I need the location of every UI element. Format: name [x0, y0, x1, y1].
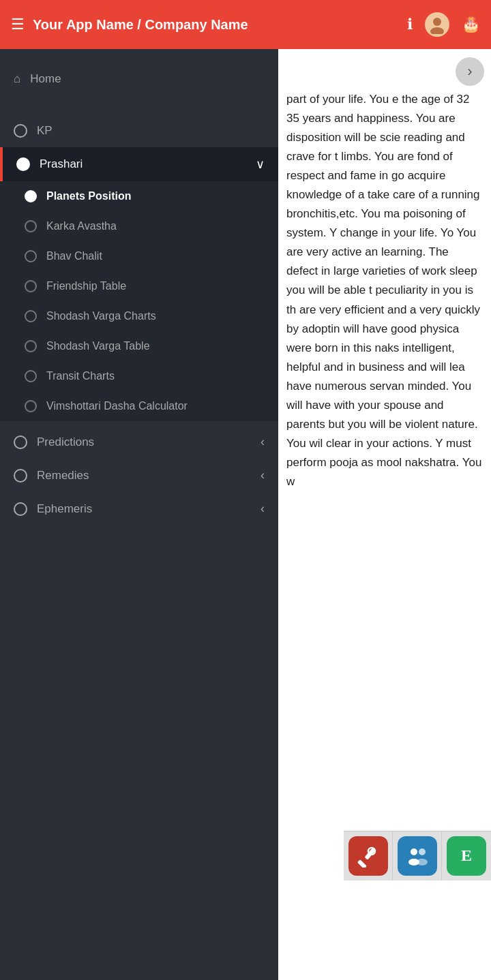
remedies-chevron-icon: ‹ — [261, 468, 265, 483]
scroll-right-btn[interactable]: › — [456, 57, 484, 86]
hamburger-icon[interactable]: ☰ — [11, 16, 25, 33]
birthday-icon[interactable]: 🎂 — [462, 16, 480, 33]
predictions-circle-icon — [14, 435, 27, 449]
sidebar: ⌂ Home KP Prashari ∨ Planets Position Ka… — [0, 49, 278, 980]
subitem-bhav-chalit[interactable]: Bhav Chalit — [0, 241, 278, 271]
subitem-friendship-table[interactable]: Friendship Table — [0, 271, 278, 301]
header-icons: ℹ 🎂 — [407, 12, 480, 37]
home-icon: ⌂ — [14, 72, 20, 86]
sidebar-item-prashari[interactable]: Prashari ∨ — [0, 147, 278, 181]
predictions-chevron-icon: ‹ — [261, 435, 265, 449]
ephemeris-label: Ephemeris — [37, 502, 92, 516]
vimshottari-dasha-label: Vimshottari Dasha Calculator — [46, 400, 188, 412]
predictions-label: Predictions — [37, 435, 94, 449]
friendship-table-label: Friendship Table — [46, 280, 126, 292]
karka-avastha-circle-icon — [25, 220, 37, 232]
kp-label: KP — [37, 124, 53, 138]
content-text: part of your life. You e the age of 32 3… — [286, 90, 483, 491]
bottom-apps-bar: E — [344, 831, 491, 881]
transit-charts-circle-icon — [25, 370, 37, 382]
svg-point-5 — [411, 848, 417, 855]
info-icon[interactable]: ℹ — [407, 16, 413, 33]
svg-point-1 — [430, 27, 444, 34]
sidebar-item-predictions[interactable]: Predictions ‹ — [0, 425, 278, 459]
subitem-karka-avastha[interactable]: Karka Avastha — [0, 211, 278, 241]
app-people-btn[interactable] — [393, 831, 442, 881]
content-area: › part of your life. You e the age of 32… — [278, 49, 491, 942]
svg-point-7 — [419, 848, 426, 855]
app-title: Your App Name / Company Name — [33, 17, 399, 33]
header: ☰ Your App Name / Company Name ℹ 🎂 — [0, 0, 491, 49]
main-layout: ⌂ Home KP Prashari ∨ Planets Position Ka… — [0, 49, 491, 980]
bhav-chalit-circle-icon — [25, 250, 37, 262]
app-translate-icon: E — [447, 836, 486, 876]
shodash-varga-charts-circle-icon — [25, 310, 37, 322]
app-people-icon — [398, 836, 437, 876]
subitem-planets-position[interactable]: Planets Position — [0, 181, 278, 211]
ephemeris-circle-icon — [14, 502, 27, 516]
prashari-label: Prashari — [40, 157, 83, 171]
prashari-subitems: Planets Position Karka Avastha Bhav Chal… — [0, 181, 278, 421]
remedies-circle-icon — [14, 469, 27, 483]
sidebar-item-ephemeris[interactable]: Ephemeris ‹ — [0, 492, 278, 525]
remedies-label: Remedies — [37, 469, 89, 483]
home-label: Home — [30, 72, 61, 86]
avatar[interactable] — [425, 12, 449, 37]
app-translate-btn[interactable]: E — [442, 831, 491, 881]
subitem-shodash-varga-table[interactable]: Shodash Varga Table — [0, 331, 278, 361]
svg-point-8 — [417, 859, 428, 866]
karka-avastha-label: Karka Avastha — [46, 220, 117, 232]
svg-rect-3 — [357, 859, 366, 868]
prashari-chevron-icon: ∨ — [256, 157, 265, 172]
planets-position-label: Planets Position — [46, 190, 131, 202]
prashari-circle-icon — [16, 157, 30, 171]
shodash-varga-table-circle-icon — [25, 340, 37, 352]
transit-charts-label: Transit Charts — [46, 370, 115, 382]
sidebar-item-kp[interactable]: KP — [0, 114, 278, 147]
vimshottari-dasha-circle-icon — [25, 400, 37, 412]
friendship-table-circle-icon — [25, 280, 37, 292]
ephemeris-chevron-icon: ‹ — [261, 502, 265, 516]
shodash-varga-charts-label: Shodash Varga Charts — [46, 310, 156, 322]
svg-point-0 — [433, 18, 441, 26]
planets-position-circle-icon — [25, 190, 37, 202]
subitem-transit-charts[interactable]: Transit Charts — [0, 361, 278, 391]
translate-letter: E — [461, 842, 472, 870]
app-tools-btn[interactable] — [344, 831, 393, 881]
subitem-vimshottari-dasha[interactable]: Vimshottari Dasha Calculator — [0, 391, 278, 421]
kp-circle-icon — [14, 124, 27, 138]
sidebar-item-home[interactable]: ⌂ Home — [0, 63, 278, 95]
sidebar-gap-1 — [0, 95, 278, 114]
shodash-varga-table-label: Shodash Varga Table — [46, 340, 150, 352]
subitem-shodash-varga-charts[interactable]: Shodash Varga Charts — [0, 301, 278, 331]
app-tools-icon — [348, 836, 388, 876]
bhav-chalit-label: Bhav Chalit — [46, 250, 102, 262]
sidebar-item-remedies[interactable]: Remedies ‹ — [0, 459, 278, 492]
